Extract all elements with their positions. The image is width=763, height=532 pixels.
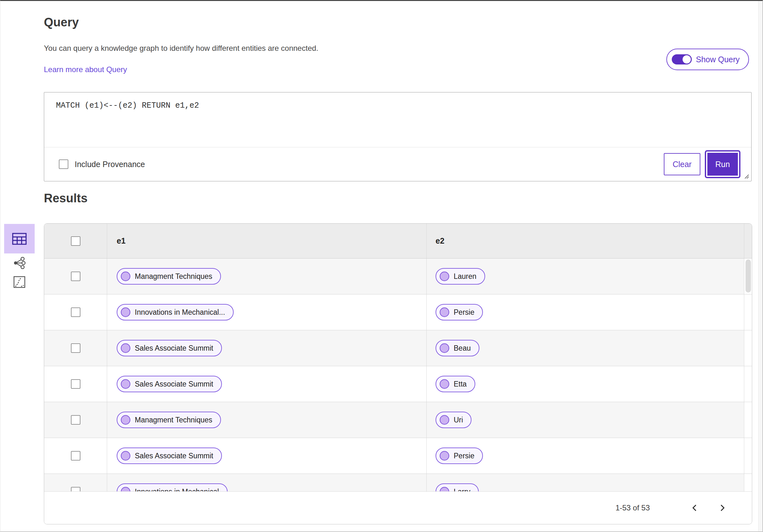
entity-label: Persie <box>454 308 474 317</box>
query-footer: Include Provenance Clear Run <box>44 147 751 181</box>
entity-pill[interactable]: Persie <box>436 304 483 320</box>
table-body: Managment Techniques Lauren Innovations … <box>44 259 752 491</box>
graph-network-icon <box>13 257 26 269</box>
row-checkbox[interactable] <box>71 379 80 389</box>
prev-page-button[interactable] <box>688 500 701 515</box>
table-row[interactable]: Innovations in Mechanical... Persie <box>44 295 752 330</box>
pagination-range: 1-53 of 53 <box>615 503 650 512</box>
table-scrollbar[interactable] <box>745 259 751 293</box>
next-page-button[interactable] <box>715 500 729 515</box>
entity-label: Innovations in Mechanical... <box>135 308 225 317</box>
table-view-button[interactable] <box>4 224 35 253</box>
entity-dot-icon <box>440 415 449 425</box>
show-query-toggle[interactable]: Show Query <box>666 48 749 70</box>
row-checkbox[interactable] <box>71 415 80 425</box>
window-scrollbar[interactable] <box>758 1 762 531</box>
chevron-left-icon <box>691 504 698 512</box>
include-provenance-label: Include Provenance <box>75 160 145 169</box>
entity-label: Larry <box>454 488 470 492</box>
map-view-button[interactable] <box>4 273 35 292</box>
query-page: Query You can query a knowledge graph to… <box>0 0 763 532</box>
graph-view-button[interactable] <box>4 253 35 273</box>
entity-label: Innovations in Mechanical <box>135 488 219 492</box>
entity-dot-icon <box>121 487 130 491</box>
entity-dot-icon <box>440 308 449 317</box>
table-row[interactable]: Sales Associate Summit Persie <box>44 438 752 474</box>
run-button[interactable]: Run <box>706 151 739 177</box>
chevron-right-icon <box>719 504 726 512</box>
table-grid-icon <box>12 233 27 245</box>
entity-pill[interactable]: Managment Techniques <box>117 268 221 285</box>
entity-pill[interactable]: Sales Associate Summit <box>117 376 222 392</box>
entity-dot-icon <box>121 308 130 317</box>
entity-dot-icon <box>121 272 130 281</box>
table-row[interactable]: Sales Associate Summit Etta <box>44 366 752 402</box>
entity-pill[interactable]: Sales Associate Summit <box>117 340 222 356</box>
row-checkbox[interactable] <box>71 451 80 461</box>
show-query-label: Show Query <box>696 55 740 64</box>
entity-label: Lauren <box>454 272 477 281</box>
select-all-checkbox[interactable] <box>71 236 80 246</box>
toggle-switch-icon[interactable] <box>672 54 692 64</box>
resize-handle-icon[interactable] <box>743 173 749 179</box>
row-checkbox[interactable] <box>71 487 80 491</box>
entity-dot-icon <box>440 343 449 353</box>
table-row[interactable]: Sales Associate Summit Beau <box>44 330 752 366</box>
row-checkbox[interactable] <box>71 343 80 353</box>
entity-pill[interactable]: Persie <box>436 448 483 464</box>
view-switcher <box>4 224 35 292</box>
table-footer: 1-53 of 53 <box>44 491 752 524</box>
table-row[interactable]: Managment Techniques Lauren <box>44 259 752 295</box>
query-panel: MATCH (e1)<--(e2) RETURN e1,e2 Include P… <box>44 92 752 181</box>
entity-label: Sales Associate Summit <box>135 452 213 460</box>
entity-pill[interactable]: Sales Associate Summit <box>117 448 222 464</box>
column-header-e2[interactable]: e2 <box>427 223 744 258</box>
include-provenance-checkbox[interactable] <box>59 159 68 169</box>
clear-button[interactable]: Clear <box>664 153 701 175</box>
entity-label: Managment Techniques <box>135 416 212 424</box>
entity-label: Uri <box>454 416 463 424</box>
row-checkbox[interactable] <box>71 272 80 281</box>
entity-label: Sales Associate Summit <box>135 344 213 353</box>
entity-label: Managment Techniques <box>135 272 212 281</box>
results-table: e1 e2 Managment Techniques Lauren <box>44 223 752 524</box>
entity-dot-icon <box>121 379 130 389</box>
entity-dot-icon <box>121 415 130 425</box>
entity-pill[interactable]: Beau <box>436 340 480 356</box>
entity-dot-icon <box>121 451 130 461</box>
entity-dot-icon <box>440 379 449 389</box>
entity-pill[interactable]: Innovations in Mechanical... <box>117 304 234 320</box>
page-description: You can query a knowledge graph to ident… <box>44 44 318 53</box>
entity-dot-icon <box>440 451 449 461</box>
table-header-row: e1 e2 <box>44 223 752 259</box>
entity-dot-icon <box>440 487 449 491</box>
entity-label: Persie <box>454 452 474 460</box>
entity-pill[interactable]: Larry <box>436 484 479 491</box>
column-header-e1[interactable]: e1 <box>107 223 427 258</box>
table-row[interactable]: Managment Techniques Uri <box>44 402 752 438</box>
route-map-icon <box>13 276 26 288</box>
entity-dot-icon <box>121 343 130 353</box>
entity-dot-icon <box>440 272 449 281</box>
entity-label: Etta <box>454 380 467 389</box>
results-title: Results <box>44 192 87 205</box>
entity-pill[interactable]: Innovations in Mechanical <box>117 484 228 491</box>
entity-label: Beau <box>454 344 471 353</box>
row-checkbox[interactable] <box>71 308 80 317</box>
entity-pill[interactable]: Etta <box>436 376 475 392</box>
query-editor[interactable]: MATCH (e1)<--(e2) RETURN e1,e2 <box>44 92 751 147</box>
entity-label: Sales Associate Summit <box>135 380 213 389</box>
entity-pill[interactable]: Uri <box>436 412 472 428</box>
learn-more-link[interactable]: Learn more about Query <box>44 65 127 74</box>
table-row[interactable]: Innovations in Mechanical Larry <box>44 474 752 491</box>
entity-pill[interactable]: Managment Techniques <box>117 412 221 428</box>
page-title: Query <box>44 16 79 29</box>
entity-pill[interactable]: Lauren <box>436 268 485 285</box>
